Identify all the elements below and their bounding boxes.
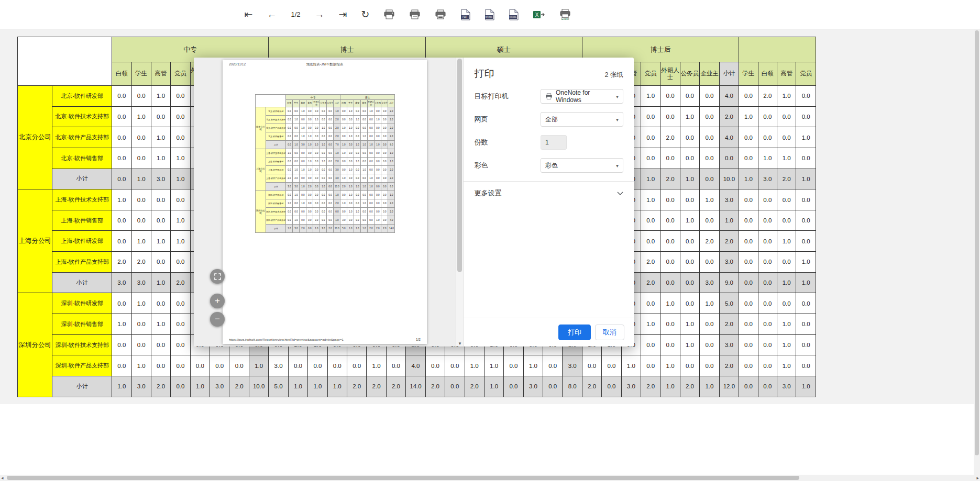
data-cell: 0.0 bbox=[796, 106, 816, 127]
preview-data-cell: 0.0 bbox=[300, 158, 306, 166]
data-cell: 0.0 bbox=[151, 355, 170, 376]
data-cell: 1.0 bbox=[796, 272, 816, 293]
preview-sub-header: 企业主 bbox=[327, 100, 334, 107]
preview-data-cell: 0.0 bbox=[327, 158, 334, 166]
export-word-icon[interactable]: WORD bbox=[485, 9, 494, 20]
data-cell: 0.0 bbox=[347, 355, 366, 376]
scroll-right-icon[interactable]: ▸ bbox=[976, 475, 979, 481]
fullscreen-icon bbox=[214, 273, 221, 280]
preview-data-cell: 0.0 bbox=[368, 216, 375, 225]
preview-scrollbar-thumb[interactable] bbox=[457, 59, 462, 272]
preview-data-cell: 0.0 bbox=[313, 149, 320, 158]
preview-data-cell: 0.0 bbox=[340, 107, 347, 116]
export-xlsx-icon[interactable]: X bbox=[533, 9, 545, 20]
chevron-down-icon: ▾ bbox=[616, 117, 619, 122]
print-to-excel-icon[interactable]: Excel bbox=[559, 9, 571, 20]
preview-data-cell: 2.0 bbox=[334, 124, 340, 132]
data-cell: 1.0 bbox=[112, 376, 131, 397]
preview-sub-header: 学生 bbox=[293, 100, 300, 107]
first-page-icon[interactable]: ⇤ bbox=[245, 9, 253, 19]
next-page-icon[interactable]: → bbox=[315, 9, 325, 19]
data-cell: 1.0 bbox=[660, 355, 680, 376]
data-cell: 1.0 bbox=[700, 376, 719, 397]
data-cell: 0.0 bbox=[700, 169, 719, 189]
preview-data-cell: 1.0 bbox=[347, 124, 354, 132]
dept-cell: 深圳-软件产品支持部 bbox=[52, 355, 112, 376]
preview-data-cell: 1.0 bbox=[320, 141, 327, 149]
more-settings[interactable]: 更多设置 bbox=[464, 181, 634, 205]
preview-data-cell: 3.0 bbox=[293, 225, 300, 233]
zoom-out-button[interactable]: − bbox=[210, 312, 225, 327]
preview-dept-cell: 小计 bbox=[266, 141, 286, 149]
sub-column-header: 外籍人士 bbox=[660, 62, 680, 86]
pages-value: 全部 bbox=[545, 115, 558, 124]
data-cell: 2.0 bbox=[777, 169, 796, 189]
preview-data-cell: 0.0 bbox=[306, 216, 313, 225]
preview-data-cell: 2.0 bbox=[334, 199, 340, 208]
preview-data-cell: 0.0 bbox=[334, 208, 340, 216]
preview-data-cell: 1.0 bbox=[313, 141, 320, 149]
preview-data-cell: 0.0 bbox=[368, 199, 375, 208]
preview-data-cell: 0.0 bbox=[340, 166, 347, 174]
refresh-icon[interactable]: ↻ bbox=[361, 9, 370, 19]
preview-data-cell: 0.0 bbox=[313, 216, 320, 225]
data-cell: 0.0 bbox=[796, 334, 816, 355]
preview-dept-cell: 小计 bbox=[266, 225, 286, 233]
preview-dept-cell: 北京-软件技术支持部 bbox=[266, 116, 286, 124]
vertical-scrollbar-thumb[interactable] bbox=[975, 30, 979, 455]
preview-data-cell: 0.0 bbox=[306, 124, 313, 132]
data-cell: 0.0 bbox=[739, 293, 758, 314]
destination-label: 目标打印机 bbox=[474, 92, 508, 101]
copies-input[interactable] bbox=[541, 135, 567, 150]
export-pdf-icon[interactable]: PDF bbox=[460, 9, 470, 20]
preview-data-cell: 2.0 bbox=[388, 132, 395, 141]
column-group-header bbox=[739, 37, 816, 62]
data-cell: 0.0 bbox=[386, 355, 405, 376]
export-excel-icon[interactable]: EXCEL bbox=[509, 9, 519, 20]
prev-page-icon[interactable]: ← bbox=[267, 9, 277, 19]
pages-select[interactable]: 全部 ▾ bbox=[541, 112, 623, 127]
data-cell: 1.0 bbox=[777, 86, 796, 107]
preview-sub-header: 小计 bbox=[388, 100, 395, 107]
print-button[interactable]: 打印 bbox=[558, 325, 591, 340]
data-cell: 0.0 bbox=[425, 355, 445, 376]
preview-data-cell: 2.0 bbox=[388, 208, 395, 216]
data-cell: 1.0 bbox=[777, 314, 796, 335]
data-cell: 0.0 bbox=[112, 231, 131, 252]
scroll-left-icon[interactable]: ◂ bbox=[1, 475, 4, 481]
data-cell: 0.0 bbox=[796, 189, 816, 210]
preview-data-cell: 7.0 bbox=[334, 141, 340, 149]
print-current-page-icon[interactable] bbox=[409, 9, 421, 20]
horizontal-scrollbar-thumb[interactable] bbox=[7, 476, 799, 480]
preview-dept-cell: 深圳-软件技术支持部 bbox=[266, 208, 286, 216]
cancel-button[interactable]: 取消 bbox=[595, 325, 624, 340]
preview-data-cell: 0.0 bbox=[327, 191, 334, 199]
fullscreen-button[interactable] bbox=[210, 269, 225, 284]
preview-data-cell: 1.0 bbox=[347, 166, 354, 174]
print-all-pages-icon[interactable] bbox=[435, 9, 446, 20]
preview-data-cell: 0.0 bbox=[375, 199, 381, 208]
vertical-scrollbar[interactable] bbox=[974, 29, 980, 475]
dept-cell: 小计 bbox=[52, 376, 112, 397]
zoom-in-button[interactable]: + bbox=[210, 294, 225, 308]
preview-data-cell: 3.0 bbox=[300, 141, 306, 149]
data-cell: 0.0 bbox=[660, 210, 680, 231]
data-cell: 0.0 bbox=[680, 148, 699, 169]
destination-select[interactable]: OneNote for Windows ▾ bbox=[541, 89, 623, 104]
preview-data-cell: 1.0 bbox=[293, 216, 300, 225]
preview-data-cell: 3.0 bbox=[334, 166, 340, 174]
preview-data-cell: 0.0 bbox=[375, 208, 381, 216]
scroll-down-icon[interactable]: ▾ bbox=[456, 341, 463, 346]
data-cell: 1.0 bbox=[151, 127, 170, 148]
preview-scrollbar[interactable]: ▾ bbox=[456, 58, 463, 346]
print-icon[interactable] bbox=[383, 9, 395, 20]
data-cell: 0.0 bbox=[758, 106, 777, 127]
horizontal-scrollbar[interactable]: ◂ ▸ bbox=[0, 475, 980, 481]
data-cell: 0.0 bbox=[171, 293, 190, 314]
last-page-icon[interactable]: ⇥ bbox=[339, 9, 347, 19]
preview-branch-cell: 北京分公司 bbox=[256, 107, 266, 149]
preview-data-cell: 1.0 bbox=[347, 107, 354, 116]
data-cell: 3.0 bbox=[112, 272, 131, 293]
color-select[interactable]: 彩色 ▾ bbox=[541, 158, 623, 173]
preview-data-cell: 1.0 bbox=[340, 141, 347, 149]
